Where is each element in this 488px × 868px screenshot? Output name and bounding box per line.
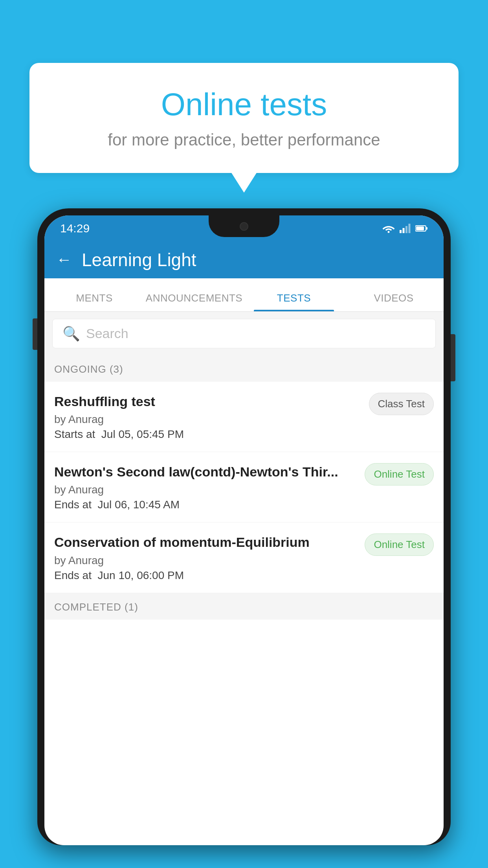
test-author: by Anurag bbox=[54, 554, 359, 567]
search-container: 🔍 Search bbox=[44, 312, 444, 355]
test-name: Conservation of momentum-Equilibrium bbox=[54, 533, 359, 551]
bubble-title: Online tests bbox=[61, 86, 427, 123]
promo-bubble: Online tests for more practice, better p… bbox=[29, 63, 459, 173]
svg-rect-7 bbox=[416, 226, 424, 230]
test-date: Ends at Jun 10, 06:00 PM bbox=[54, 569, 359, 582]
test-author: by Anurag bbox=[54, 413, 363, 426]
tabs-bar: MENTS ANNOUNCEMENTS TESTS VIDEOS bbox=[44, 278, 444, 312]
test-info: Reshuffling test by Anurag Starts at Jul… bbox=[54, 393, 363, 441]
battery-icon bbox=[415, 225, 428, 232]
app-title: Learning Light bbox=[82, 249, 196, 270]
test-badge: Online Test bbox=[365, 463, 434, 485]
svg-rect-2 bbox=[403, 228, 405, 233]
search-icon: 🔍 bbox=[62, 326, 80, 342]
phone-screen: 14:29 bbox=[44, 215, 444, 845]
svg-rect-4 bbox=[409, 224, 411, 233]
back-button[interactable]: ← bbox=[56, 251, 72, 268]
search-placeholder: Search bbox=[86, 326, 128, 341]
ongoing-label: ONGOING (3) bbox=[54, 363, 123, 375]
app-header: ← Learning Light bbox=[44, 241, 444, 278]
test-item[interactable]: Reshuffling test by Anurag Starts at Jul… bbox=[44, 382, 444, 452]
completed-section-header: COMPLETED (1) bbox=[44, 593, 444, 620]
status-icons bbox=[382, 224, 428, 233]
status-bar: 14:29 bbox=[44, 215, 444, 241]
test-item[interactable]: Conservation of momentum-Equilibrium by … bbox=[44, 522, 444, 593]
test-badge: Online Test bbox=[365, 533, 434, 556]
svg-rect-3 bbox=[405, 226, 407, 233]
svg-rect-1 bbox=[400, 230, 402, 233]
speech-bubble: Online tests for more practice, better p… bbox=[29, 63, 459, 173]
test-author: by Anurag bbox=[54, 484, 359, 496]
phone-outer: 14:29 bbox=[37, 208, 451, 845]
test-date: Starts at Jul 05, 05:45 PM bbox=[54, 428, 363, 441]
phone-mockup: 14:29 bbox=[37, 208, 451, 868]
bubble-subtitle: for more practice, better performance bbox=[61, 131, 427, 149]
svg-point-0 bbox=[388, 231, 390, 233]
test-date: Ends at Jul 06, 10:45 AM bbox=[54, 498, 359, 511]
svg-rect-6 bbox=[426, 227, 427, 230]
test-badge: Class Test bbox=[369, 393, 434, 415]
tab-tests[interactable]: TESTS bbox=[244, 292, 344, 311]
wifi-icon bbox=[382, 224, 395, 233]
tests-list: Reshuffling test by Anurag Starts at Jul… bbox=[44, 382, 444, 593]
tab-announcements[interactable]: ANNOUNCEMENTS bbox=[144, 292, 244, 311]
signal-icon bbox=[400, 224, 411, 233]
search-box[interactable]: 🔍 Search bbox=[52, 319, 436, 348]
test-item[interactable]: Newton's Second law(contd)-Newton's Thir… bbox=[44, 452, 444, 522]
test-info: Newton's Second law(contd)-Newton's Thir… bbox=[54, 463, 359, 511]
camera-notch bbox=[240, 222, 248, 231]
status-time: 14:29 bbox=[60, 222, 90, 235]
test-name: Reshuffling test bbox=[54, 393, 363, 410]
tab-videos[interactable]: VIDEOS bbox=[344, 292, 444, 311]
test-name: Newton's Second law(contd)-Newton's Thir… bbox=[54, 463, 359, 480]
completed-label: COMPLETED (1) bbox=[54, 601, 138, 613]
ongoing-section-header: ONGOING (3) bbox=[44, 355, 444, 382]
test-info: Conservation of momentum-Equilibrium by … bbox=[54, 533, 359, 581]
tab-ments[interactable]: MENTS bbox=[44, 292, 144, 311]
notch bbox=[209, 215, 279, 237]
